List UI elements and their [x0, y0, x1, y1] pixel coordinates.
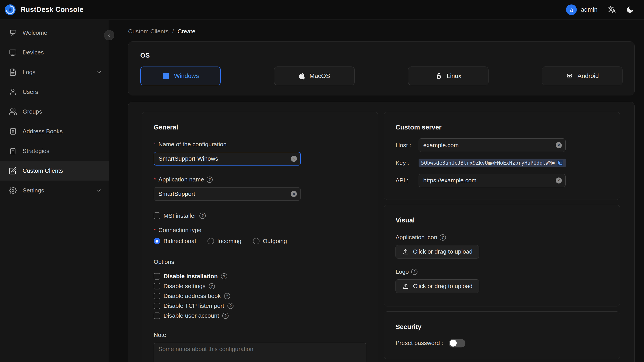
upload-icon: [402, 248, 409, 255]
sidebar-item-label: Custom Clients: [23, 167, 102, 174]
os-card: OS Windows MacOS: [128, 42, 634, 96]
option-disable-settings: Disable settings: [154, 283, 366, 290]
help-icon[interactable]: [224, 293, 230, 299]
host-label: Host :: [396, 142, 418, 149]
logo-upload-button[interactable]: Click or drag to upload: [396, 279, 479, 293]
host-input[interactable]: [418, 138, 566, 152]
msi-installer-checkbox[interactable]: [154, 212, 160, 219]
note-label: Note: [154, 332, 366, 338]
api-input[interactable]: [418, 174, 566, 187]
option-disable-address-book: Disable address book: [154, 292, 366, 300]
edit-icon: [9, 167, 17, 175]
checkbox[interactable]: [154, 283, 160, 290]
visual-panel: Visual Application icon Click or drag to…: [384, 205, 620, 306]
key-label: Key :: [396, 160, 418, 166]
sidebar: Welcome Devices Logs Users: [0, 20, 109, 362]
radio-selected-icon[interactable]: [154, 238, 160, 244]
app-name-field-label: * Application name: [154, 176, 366, 183]
breadcrumb-parent[interactable]: Custom Clients: [128, 28, 168, 35]
os-card-title: OS: [140, 52, 622, 59]
sidebar-item-settings[interactable]: Settings: [0, 180, 109, 200]
general-panel: General * Name of the configuration * Ap…: [142, 112, 378, 362]
application-name-input[interactable]: [154, 187, 301, 201]
help-icon[interactable]: [228, 303, 234, 309]
help-icon[interactable]: [200, 212, 206, 219]
api-field: [418, 174, 566, 187]
sidebar-item-strategies[interactable]: Strategies: [0, 141, 109, 161]
security-title: Security: [396, 323, 608, 331]
chevron-down-icon[interactable]: [96, 69, 102, 76]
os-button-label: Linux: [446, 72, 462, 80]
sidebar-item-users[interactable]: Users: [0, 82, 109, 102]
radio-bidirectional[interactable]: Bidirectional: [154, 238, 196, 244]
note-field: [154, 343, 366, 362]
windows-icon: [162, 72, 170, 80]
sidebar-item-devices[interactable]: Devices: [0, 43, 109, 62]
upload-icon: [402, 283, 409, 290]
name-field: [154, 152, 301, 165]
rustdesk-logo-icon: [4, 4, 16, 16]
sidebar-item-custom-clients[interactable]: Custom Clients: [0, 161, 109, 180]
visual-title: Visual: [396, 216, 608, 224]
checkbox[interactable]: [154, 303, 160, 309]
preset-password-row: Preset password :: [396, 339, 608, 348]
required-asterisk: *: [154, 227, 156, 234]
help-icon[interactable]: [206, 176, 213, 182]
checkbox[interactable]: [154, 293, 160, 299]
host-field: [418, 138, 566, 152]
custom-server-panel: Custom server Host : Key : 5Qbwsde3u: [384, 112, 620, 200]
gear-icon: [9, 186, 17, 194]
configuration-name-input[interactable]: [154, 152, 301, 165]
options-title: Options: [154, 258, 366, 266]
language-icon[interactable]: [608, 6, 616, 14]
os-button-windows[interactable]: Windows: [140, 66, 221, 85]
radio-outgoing[interactable]: Outgoing: [253, 238, 287, 244]
security-panel: Security Preset password :: [384, 311, 620, 359]
linux-icon: [435, 72, 442, 80]
help-icon[interactable]: [440, 234, 446, 240]
create-form-card: General * Name of the configuration * Ap…: [128, 102, 634, 362]
radio-icon[interactable]: [253, 238, 260, 244]
help-icon[interactable]: [221, 273, 227, 279]
sidebar-item-label: Devices: [23, 49, 102, 56]
sidebar-item-logs[interactable]: Logs: [0, 62, 109, 82]
required-asterisk: *: [154, 141, 156, 148]
os-button-macos[interactable]: MacOS: [274, 66, 354, 85]
dark-mode-moon-icon[interactable]: [626, 6, 634, 14]
preset-password-toggle[interactable]: [449, 339, 465, 348]
chevron-down-icon[interactable]: [96, 187, 102, 194]
radio-incoming[interactable]: Incoming: [208, 238, 242, 244]
help-icon[interactable]: [411, 269, 417, 275]
help-icon[interactable]: [209, 283, 215, 289]
sidebar-item-address-books[interactable]: Address Books: [0, 122, 109, 141]
presentation-icon: [9, 29, 17, 37]
sidebar-item-label: Groups: [23, 108, 102, 115]
user-icon: [9, 88, 17, 96]
breadcrumb: Custom Clients / Create: [128, 28, 634, 35]
checkbox[interactable]: [154, 273, 160, 280]
note-textarea[interactable]: [154, 343, 366, 362]
help-icon[interactable]: [222, 313, 228, 319]
user-menu[interactable]: a admin: [566, 4, 598, 15]
sidebar-item-groups[interactable]: Groups: [0, 102, 109, 122]
sidebar-item-label: Welcome: [23, 29, 102, 36]
sidebar-collapse-button[interactable]: [104, 30, 114, 40]
connection-type-label: * Connection type: [154, 227, 366, 234]
os-button-linux[interactable]: Linux: [408, 66, 488, 85]
sidebar-item-welcome[interactable]: Welcome: [0, 23, 109, 43]
clipboard-icon: [9, 147, 17, 155]
username: admin: [581, 6, 598, 13]
application-icon-upload-button[interactable]: Click or drag to upload: [396, 245, 479, 258]
server-key-value: 5Qbwsde3unUcJBtrx9ZkvUmwFNoExHzpryHuPUdq…: [418, 158, 566, 167]
copy-icon[interactable]: [557, 160, 563, 166]
checkbox[interactable]: [154, 312, 160, 319]
option-disable-installation: Disable installation: [154, 273, 366, 280]
os-button-android[interactable]: Android: [542, 66, 622, 85]
breadcrumb-separator: /: [172, 28, 174, 35]
name-field-label: * Name of the configuration: [154, 141, 366, 148]
main-content: Custom Clients / Create OS Windows MacOS: [109, 20, 644, 362]
api-row: API :: [396, 174, 608, 187]
avatar[interactable]: a: [566, 4, 577, 15]
os-button-label: Windows: [174, 72, 199, 80]
radio-icon[interactable]: [208, 238, 214, 244]
